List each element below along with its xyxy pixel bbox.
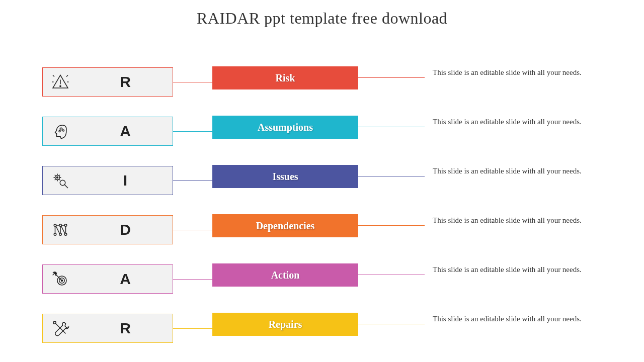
- connector: [358, 77, 425, 78]
- svg-point-7: [63, 130, 64, 131]
- row-risk: R Risk This slide is an editable slide w…: [0, 60, 644, 106]
- connector: [173, 230, 212, 230]
- letter: R: [78, 320, 173, 337]
- svg-line-30: [55, 323, 66, 334]
- svg-rect-31: [54, 322, 56, 324]
- label-text: Issues: [272, 171, 298, 183]
- label-text: Dependencies: [256, 220, 315, 232]
- label-box: Action: [212, 263, 358, 287]
- letter: A: [78, 123, 173, 140]
- slide-title: RAIDAR ppt template free download: [0, 0, 644, 28]
- letter: R: [78, 73, 173, 90]
- label-box: Risk: [212, 66, 358, 89]
- svg-point-15: [64, 224, 67, 227]
- letter-box: R: [42, 67, 173, 97]
- row-dependencies: D Dependencies This slide is an editable…: [0, 208, 644, 253]
- network-icon: [43, 216, 78, 244]
- svg-point-1: [60, 85, 61, 86]
- letter-box: I: [42, 166, 173, 195]
- connector: [173, 82, 212, 82]
- svg-line-25: [61, 226, 65, 234]
- target-icon: [43, 265, 78, 293]
- connector: [358, 324, 425, 324]
- letter-box: R: [42, 314, 173, 343]
- svg-point-8: [59, 131, 60, 132]
- row-repairs: R Repairs This slide is an editable slid…: [0, 307, 644, 352]
- letter-box: A: [42, 264, 173, 294]
- raidar-rows: R Risk This slide is an editable slide w…: [0, 60, 644, 356]
- connector: [358, 225, 425, 226]
- connector: [173, 328, 212, 329]
- row-assumptions: A Assumptions This slide is an editable …: [0, 110, 644, 155]
- head-icon: [43, 117, 78, 145]
- description: This slide is an editable slide with all…: [433, 67, 604, 77]
- label-box: Issues: [212, 165, 358, 188]
- svg-point-11: [60, 180, 65, 186]
- letter: D: [78, 221, 173, 238]
- warning-icon: [43, 68, 78, 96]
- description: This slide is an editable slide with all…: [433, 314, 604, 324]
- letter-box: D: [42, 215, 173, 244]
- svg-line-12: [64, 185, 68, 188]
- label-box: Dependencies: [212, 214, 358, 237]
- svg-line-24: [56, 226, 60, 234]
- connector: [173, 131, 212, 132]
- connector: [358, 275, 425, 275]
- label-text: Action: [271, 269, 300, 281]
- connector: [173, 180, 212, 181]
- svg-point-16: [54, 233, 56, 236]
- connector: [358, 127, 425, 127]
- gears-icon: [43, 166, 78, 195]
- letter: A: [78, 270, 173, 288]
- svg-line-2: [53, 75, 54, 77]
- label-box: Repairs: [212, 313, 358, 336]
- svg-point-10: [57, 177, 58, 178]
- svg-point-6: [60, 128, 62, 130]
- label-text: Assumptions: [258, 122, 313, 133]
- svg-line-3: [66, 75, 68, 77]
- description: This slide is an editable slide with all…: [433, 215, 604, 225]
- description: This slide is an editable slide with all…: [433, 264, 604, 275]
- tools-icon: [43, 314, 78, 342]
- description: This slide is an editable slide with all…: [433, 117, 604, 127]
- connector: [358, 176, 425, 176]
- row-action: A Action This slide is an editable slide…: [0, 257, 644, 303]
- letter-box: A: [42, 117, 173, 146]
- connector: [173, 279, 212, 280]
- letter: I: [78, 172, 173, 189]
- description: This slide is an editable slide with all…: [433, 166, 604, 176]
- row-issues: I Issues This slide is an editable slide…: [0, 159, 644, 204]
- label-text: Risk: [276, 72, 295, 84]
- label-box: Assumptions: [212, 116, 358, 139]
- label-text: Repairs: [269, 319, 302, 330]
